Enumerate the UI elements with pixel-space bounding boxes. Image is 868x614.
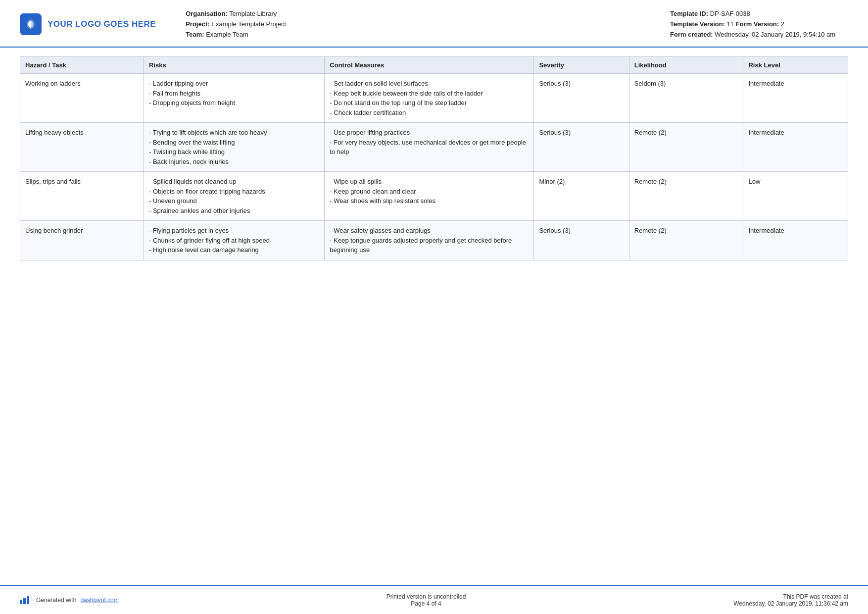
cell-risk-level: Intermediate — [743, 74, 848, 123]
table-container: Hazard / Task Risks Control Measures Sev… — [0, 48, 868, 585]
cell-controls: - Wipe up all spills- Keep ground clean … — [325, 172, 534, 221]
cell-hazard: Lifting heavy objects — [20, 123, 144, 172]
logo-text: YOUR LOGO GOES HERE — [48, 19, 156, 29]
cell-risks: - Ladder tipping over- Fall from heights… — [144, 74, 324, 123]
cell-risks: - Spilled liquids not cleaned up- Object… — [144, 172, 324, 221]
cell-controls: - Wear safety glasses and earplugs- Keep… — [325, 221, 534, 260]
team-label: Team: — [186, 31, 204, 38]
header-middle: Organisation: Template Library Project: … — [156, 9, 670, 40]
template-id-label: Template ID: — [670, 10, 708, 17]
page-header: YOUR LOGO GOES HERE Organisation: Templa… — [0, 0, 868, 48]
org-label: Organisation: — [186, 10, 228, 17]
col-header-controls: Control Measures — [325, 57, 534, 74]
project-label: Project: — [186, 20, 209, 28]
logo-area: YOUR LOGO GOES HERE — [20, 13, 156, 35]
cell-hazard: Using bench grinder — [20, 221, 144, 260]
dashpivot-icon — [20, 596, 29, 604]
header-right: Template ID: DP-SAF-0038 Template Versio… — [670, 9, 848, 40]
footer-right: This PDF was created at Wednesday, 02 Ja… — [733, 593, 848, 607]
org-value: Template Library — [229, 10, 277, 17]
cell-controls: - Use proper lifting practices- For very… — [325, 123, 534, 172]
page-label: Page 4 of 4 — [386, 600, 466, 607]
col-header-hazard: Hazard / Task — [20, 57, 144, 74]
cell-risk-level: Intermediate — [743, 221, 848, 260]
cell-likelihood: Remote (2) — [629, 123, 743, 172]
cell-risks: - Trying to lift objects which are too h… — [144, 123, 324, 172]
pdf-created-value: Wednesday, 02 January 2019, 11:36:42 am — [733, 600, 848, 607]
template-id-value: DP-SAF-0038 — [710, 10, 750, 17]
pdf-created-label: This PDF was created at — [733, 593, 848, 600]
table-row: Lifting heavy objects- Trying to lift ob… — [20, 123, 848, 172]
cell-controls: - Set ladder on solid level surfaces- Ke… — [325, 74, 534, 123]
col-header-risk-level: Risk Level — [743, 57, 848, 74]
cell-severity: Serious (3) — [534, 221, 629, 260]
template-version-label: Template Version: — [670, 20, 725, 28]
col-header-likelihood: Likelihood — [629, 57, 743, 74]
footer-center: Printed version is uncontrolled Page 4 o… — [386, 593, 466, 607]
cell-severity: Serious (3) — [534, 74, 629, 123]
generated-link[interactable]: dashpivot.com — [80, 597, 118, 604]
logo-icon — [20, 13, 42, 35]
cell-hazard: Slips, trips and falls — [20, 172, 144, 221]
form-created-value: Wednesday, 02 January 2019, 9:54:10 am — [715, 31, 835, 38]
cell-risk-level: Intermediate — [743, 123, 848, 172]
risk-table: Hazard / Task Risks Control Measures Sev… — [20, 56, 848, 260]
table-header-row: Hazard / Task Risks Control Measures Sev… — [20, 57, 848, 74]
cell-risk-level: Low — [743, 172, 848, 221]
form-created-label: Form created: — [670, 31, 713, 38]
print-notice: Printed version is uncontrolled — [386, 593, 466, 600]
footer-left: Generated with dashpivot.com — [20, 596, 119, 604]
generated-label: Generated with — [36, 597, 76, 604]
cell-likelihood: Remote (2) — [629, 172, 743, 221]
table-row: Working on ladders- Ladder tipping over-… — [20, 74, 848, 123]
col-header-severity: Severity — [534, 57, 629, 74]
team-value: Example Team — [206, 31, 248, 38]
template-version-value: 11 — [727, 20, 734, 28]
cell-likelihood: Seldom (3) — [629, 74, 743, 123]
cell-risks: - Flying particles get in eyes- Chunks o… — [144, 221, 324, 260]
cell-likelihood: Remote (2) — [629, 221, 743, 260]
cell-severity: Serious (3) — [534, 123, 629, 172]
form-version-label: Form Version: — [736, 20, 779, 28]
form-version-value: 2 — [781, 20, 784, 28]
table-row: Slips, trips and falls- Spilled liquids … — [20, 172, 848, 221]
table-row: Using bench grinder- Flying particles ge… — [20, 221, 848, 260]
cell-hazard: Working on ladders — [20, 74, 144, 123]
col-header-risks: Risks — [144, 57, 324, 74]
cell-severity: Minor (2) — [534, 172, 629, 221]
project-value: Example Template Project — [211, 20, 286, 28]
page-footer: Generated with dashpivot.com Printed ver… — [0, 585, 868, 614]
